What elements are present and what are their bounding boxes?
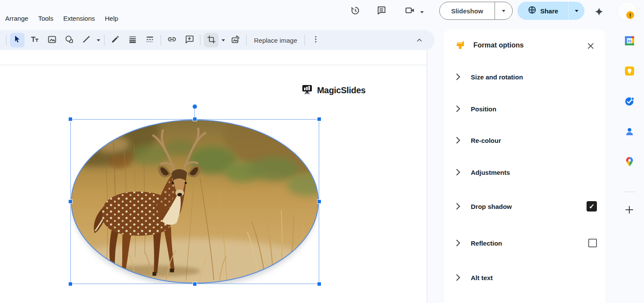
hide-menus-button[interactable] xyxy=(413,34,426,47)
panel-title: Format options xyxy=(473,41,523,49)
comments-icon xyxy=(376,5,387,17)
contacts-icon xyxy=(624,126,635,139)
slideshow-button-group: Slideshow xyxy=(439,2,513,20)
reset-image-button[interactable] xyxy=(228,33,243,47)
resize-handle-w[interactable] xyxy=(69,200,72,203)
chevron-right-icon xyxy=(456,202,460,210)
share-dropdown[interactable] xyxy=(569,2,584,20)
globe-icon xyxy=(528,6,536,16)
insert-image-button[interactable] xyxy=(44,33,59,47)
get-add-ons-button[interactable] xyxy=(624,205,635,216)
version-history-icon xyxy=(350,5,361,18)
share-button[interactable]: Share xyxy=(517,2,568,20)
mask-image-dropdown[interactable] xyxy=(220,39,226,41)
contacts-app-button[interactable] xyxy=(624,126,635,138)
selected-image[interactable] xyxy=(70,119,319,284)
slideshow-dropdown[interactable] xyxy=(495,2,512,19)
resize-handle-s[interactable] xyxy=(193,282,197,286)
calendar-app-button[interactable]: 31 xyxy=(624,36,635,47)
present-dropdown[interactable] xyxy=(417,5,427,19)
svg-text:31: 31 xyxy=(627,38,631,43)
maps-icon xyxy=(624,156,635,169)
chevron-right-icon xyxy=(456,105,460,113)
resize-handle-e[interactable] xyxy=(317,200,321,203)
more-options-button[interactable] xyxy=(308,33,323,47)
crop-image-button[interactable] xyxy=(204,33,219,47)
reflection-checkbox[interactable] xyxy=(588,239,597,247)
reset-image-icon xyxy=(231,35,241,46)
comments-button[interactable] xyxy=(374,4,388,18)
insert-shape-button[interactable] xyxy=(62,33,76,47)
insert-link-button[interactable] xyxy=(165,33,179,47)
chevron-right-icon xyxy=(456,136,460,144)
border-color-button[interactable] xyxy=(108,33,123,47)
paint-brush-icon xyxy=(455,41,466,53)
resize-handle-ne[interactable] xyxy=(317,117,321,121)
rotation-handle[interactable] xyxy=(193,104,197,109)
row-label: Adjustments xyxy=(471,169,510,176)
shape-icon xyxy=(64,35,74,46)
line-dropdown[interactable] xyxy=(95,39,102,41)
brand-logo: MagicSlides xyxy=(301,83,365,97)
replace-image-button[interactable]: Replace image xyxy=(254,37,297,44)
maps-app-button[interactable] xyxy=(624,157,635,168)
tasks-icon xyxy=(624,96,635,108)
chevron-down-icon xyxy=(575,10,578,12)
gemini-sparkle-icon xyxy=(594,6,604,19)
divider xyxy=(305,35,305,45)
menubar: Arrange Tools Extensions Help xyxy=(4,13,119,24)
row-size-and-rotation[interactable]: Size and rotation xyxy=(444,66,605,87)
row-adjustments[interactable]: Adjustments xyxy=(444,162,605,183)
divider xyxy=(200,35,200,45)
row-label: Position xyxy=(471,105,496,113)
chevron-right-icon xyxy=(456,168,460,176)
tasks-app-button[interactable] xyxy=(624,96,635,107)
select-tool-button[interactable] xyxy=(10,33,25,47)
chevron-right-icon xyxy=(456,239,460,247)
chevron-right-icon xyxy=(456,73,460,81)
border-dash-button[interactable] xyxy=(143,33,157,47)
menu-tools[interactable]: Tools xyxy=(37,13,54,24)
add-comment-icon xyxy=(184,35,194,46)
share-button-group: Share xyxy=(517,2,584,20)
resize-handle-nw[interactable] xyxy=(69,117,72,121)
resize-handle-n[interactable] xyxy=(193,117,197,121)
row-label: Drop shadow xyxy=(471,203,512,210)
resize-handle-sw[interactable] xyxy=(69,282,72,286)
row-position[interactable]: Position xyxy=(444,98,605,119)
three-dot-icon xyxy=(311,35,320,45)
toolbar: Replace image xyxy=(0,30,435,50)
insert-line-button[interactable] xyxy=(79,33,94,47)
panel-header: Format options xyxy=(444,29,605,60)
gemini-button[interactable] xyxy=(592,6,606,19)
menu-arrange[interactable]: Arrange xyxy=(4,13,29,24)
divider xyxy=(246,35,247,45)
menu-help[interactable]: Help xyxy=(104,13,119,24)
close-panel-button[interactable] xyxy=(584,40,596,52)
slideshow-button[interactable]: Slideshow xyxy=(440,7,495,15)
format-options-panel: Format options Size and rotation Positio… xyxy=(444,29,605,303)
menu-extensions[interactable]: Extensions xyxy=(62,13,95,24)
drop-shadow-checkbox[interactable] xyxy=(587,201,597,211)
row-label: Reflection xyxy=(471,240,502,247)
pencil-icon xyxy=(111,35,120,46)
slide-canvas[interactable]: MagicSlides xyxy=(0,50,427,303)
row-recolour[interactable]: Re-colour xyxy=(444,130,605,151)
present-to-meeting-button[interactable] xyxy=(403,4,417,18)
resize-handle-se[interactable] xyxy=(317,282,321,286)
row-label: Size and rotation xyxy=(471,73,523,81)
textbox-tool-button[interactable] xyxy=(27,33,42,47)
border-weight-button[interactable] xyxy=(125,33,140,47)
account-warning-badge[interactable]: ! xyxy=(625,10,635,20)
row-alt-text[interactable]: Alt text xyxy=(444,267,605,288)
chevron-right-icon xyxy=(456,274,460,281)
add-comment-button[interactable] xyxy=(182,33,197,47)
row-drop-shadow[interactable]: Drop shadow xyxy=(444,196,605,217)
keep-app-button[interactable] xyxy=(624,66,635,77)
row-reflection[interactable]: Reflection xyxy=(444,233,605,253)
slide-edge xyxy=(0,65,427,65)
version-history-button[interactable] xyxy=(348,4,362,18)
line-dash-icon xyxy=(145,35,155,46)
share-label: Share xyxy=(540,7,558,15)
textbox-icon xyxy=(29,34,40,46)
